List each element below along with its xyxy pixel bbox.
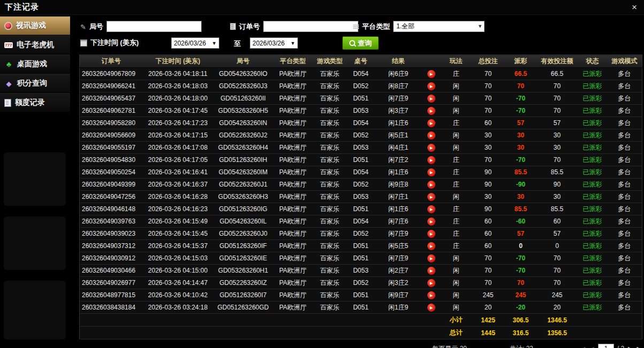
column-header: 游戏模式	[607, 55, 642, 68]
cell-table-no: D051	[347, 240, 375, 252]
replay-icon[interactable]: ▶	[427, 304, 435, 312]
background-thumbnail	[4, 281, 66, 339]
order-input[interactable]	[263, 21, 358, 32]
cell-order-no: 260326049046148	[80, 203, 143, 215]
next-page-button[interactable]	[627, 345, 633, 348]
replay-icon[interactable]: ▶	[427, 144, 435, 152]
cell-payout: -90	[505, 179, 536, 191]
column-header: 玩法	[441, 55, 471, 68]
cell-valid-bet: 70	[536, 252, 578, 265]
replay-icon[interactable]: ▶	[427, 242, 435, 250]
search-icon	[349, 40, 355, 46]
round-input[interactable]	[106, 21, 202, 32]
query-button[interactable]: 查询	[342, 36, 379, 50]
cell-payout: -60	[505, 215, 536, 228]
first-page-button[interactable]	[580, 345, 586, 348]
table-row: 2603260490654372026-03-26 04:18:00GD0512…	[80, 92, 642, 105]
replay-icon[interactable]: ▶	[427, 181, 435, 189]
cell-platform-type: PA欧洲厅	[273, 80, 313, 92]
cell-order-no: 260326049039023	[80, 228, 143, 240]
cell-game-mode: 多台	[607, 301, 642, 314]
cell-game-mode: 多台	[607, 142, 642, 154]
sidebar-item-quota-records[interactable]: 额度记录	[0, 93, 70, 112]
cell-payout: 70	[505, 80, 536, 92]
date-to-picker[interactable]: 2026/03/26	[250, 37, 298, 49]
cell-round-no: GD054263260IM	[213, 166, 273, 179]
replay-icon[interactable]: ▶	[427, 279, 435, 287]
replay-icon[interactable]: ▶	[427, 119, 435, 127]
cell-status: 已派彩	[578, 203, 607, 215]
last-page-button[interactable]	[637, 345, 642, 348]
cell-game-type: 百家乐	[313, 92, 347, 105]
cell-valid-bet: 85.5	[536, 166, 578, 179]
cell-game-mode: 多台	[607, 154, 642, 166]
date-from-picker[interactable]: 2026/03/26	[171, 37, 219, 49]
background-thumbnail	[4, 216, 66, 270]
cell-game-type: 百家乐	[313, 68, 347, 80]
platform-select[interactable]: 1.全部	[393, 21, 485, 32]
cell-bet-time: 2026-03-26 04:10:42	[143, 289, 213, 301]
sidebar-item-label: 桌面游戏	[17, 59, 47, 69]
cell-game-type: 百家乐	[313, 129, 347, 142]
sidebar-item-video-games[interactable]: 视讯游戏	[0, 16, 70, 35]
cell-result: 闲1庄9	[375, 301, 422, 314]
replay-icon[interactable]: ▶	[427, 82, 435, 90]
cell-bet-time: 2026-03-26 04:15:00	[143, 265, 213, 277]
prev-page-button[interactable]	[589, 345, 594, 348]
cell-payout: -70	[505, 105, 536, 117]
cell-round-no: GD051263260IE	[213, 252, 273, 265]
sidebar-item-label: 额度记录	[15, 98, 45, 107]
cell-payout: 30	[505, 129, 536, 142]
replay-icon[interactable]: ▶	[427, 132, 435, 140]
cell-order-no: 260326048977815	[80, 289, 143, 301]
replay-icon[interactable]: ▶	[427, 156, 435, 164]
replay-icon[interactable]: ▶	[427, 254, 435, 262]
cell-payout: -70	[505, 92, 536, 105]
page-input[interactable]	[598, 344, 614, 348]
replay-icon[interactable]: ▶	[427, 95, 435, 103]
cell-game-mode: 多台	[607, 68, 642, 80]
replay-icon[interactable]: ▶	[427, 218, 435, 226]
cell-platform-type: PA欧洲厅	[273, 191, 313, 203]
replay-icon[interactable]: ▶	[427, 267, 435, 275]
cell-play-type: 庄	[441, 240, 471, 252]
cell-round-no: GD054263260IO	[213, 68, 273, 80]
subtotal-payout: 306.5	[505, 314, 536, 327]
cell-order-no: 260326038438184	[80, 301, 143, 314]
sidebar-item-points-query[interactable]: 积分查询	[0, 74, 70, 93]
column-header	[422, 55, 441, 68]
replay-icon[interactable]: ▶	[427, 107, 435, 115]
cell-result: 闲3庄7	[375, 105, 422, 117]
cell-bet-time: 2026-03-26 03:24:18	[143, 301, 213, 314]
cell-bet-time: 2026-03-26 04:16:37	[143, 179, 213, 191]
slots-icon	[4, 42, 13, 48]
sidebar-item-table-games[interactable]: 桌面游戏	[0, 55, 70, 74]
cell-play-type: 庄	[441, 166, 471, 179]
close-icon[interactable]: ×	[632, 3, 644, 12]
page-count-label: / 2	[617, 345, 624, 348]
cell-platform-type: PA欧洲厅	[273, 203, 313, 215]
cell-valid-bet: 70	[536, 92, 578, 105]
cell-replay: ▶	[422, 228, 441, 240]
cards-icon	[4, 60, 13, 68]
replay-icon[interactable]: ▶	[427, 205, 435, 213]
cell-bet-time: 2026-03-26 04:17:15	[143, 129, 213, 142]
replay-icon[interactable]: ▶	[427, 230, 435, 238]
cell-table-no: D053	[347, 191, 375, 203]
replay-icon[interactable]: ▶	[427, 291, 435, 299]
replay-icon[interactable]: ▶	[427, 70, 435, 78]
column-header: 平台类型	[273, 55, 313, 68]
platform-filter: 平台类型 1.全部	[353, 21, 485, 32]
cell-table-no: D052	[347, 129, 375, 142]
cell-order-no: 260326049030912	[80, 252, 143, 265]
table-row: 2603260489778152026-03-26 04:10:42GD0512…	[80, 289, 642, 301]
cell-order-no: 260326049058280	[80, 117, 143, 129]
replay-icon[interactable]: ▶	[427, 193, 435, 201]
cell-status: 已派彩	[578, 289, 607, 301]
cell-payout: 70	[505, 277, 536, 289]
cell-play-type: 庄	[441, 203, 471, 215]
replay-icon[interactable]: ▶	[427, 168, 435, 176]
sidebar-item-slot-machines[interactable]: 电子老虎机	[0, 35, 70, 55]
query-label: 查询	[358, 38, 372, 48]
cell-replay: ▶	[422, 301, 441, 314]
